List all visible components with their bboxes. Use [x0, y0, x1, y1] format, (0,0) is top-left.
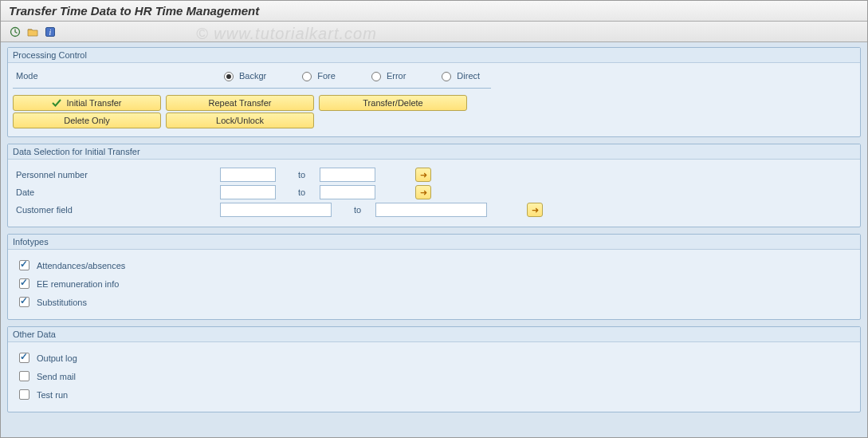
mode-direct-radio[interactable] — [442, 72, 451, 81]
checkbox-label: Substitutions — [37, 298, 87, 307]
mode-fore[interactable]: Fore — [298, 69, 336, 81]
field-high-input[interactable] — [320, 185, 375, 199]
clock-execute-icon — [10, 26, 21, 37]
repeat-transfer-label: Repeat Transfer — [209, 98, 272, 108]
initial-transfer-button[interactable]: Initial Transfer — [13, 95, 161, 111]
to-label: to — [298, 170, 305, 180]
info-icon: i — [45, 26, 56, 37]
data-selection-header: Data Selection for Initial Transfer — [8, 144, 860, 160]
field-label: Customer field — [13, 205, 220, 215]
mode-error-radio[interactable] — [371, 72, 381, 81]
other-data-panel: Other Data Output logSend mailTest run — [7, 326, 861, 412]
get-variant-button[interactable] — [25, 25, 41, 39]
field-label: Personnel number — [13, 170, 220, 180]
divider — [13, 88, 491, 89]
mode-fore-label: Fore — [317, 71, 336, 81]
mode-direct[interactable]: Direct — [438, 69, 480, 81]
checkbox[interactable] — [19, 353, 29, 363]
arrow-right-icon: ➜ — [532, 205, 539, 215]
mode-radio-group: Backgr Fore Error Direct — [220, 69, 480, 81]
mode-direct-label: Direct — [457, 71, 480, 81]
checkbox-label: Attendances/absences — [37, 261, 125, 270]
checkbox-row[interactable]: EE remuneration info — [16, 276, 855, 291]
multiple-selection-button[interactable]: ➜ — [415, 185, 431, 199]
to-label: to — [298, 187, 305, 197]
mode-fore-radio[interactable] — [302, 72, 312, 81]
mode-label: Mode — [13, 71, 220, 81]
delete-only-label: Delete Only — [64, 116, 109, 125]
checkbox-label: Output log — [37, 353, 77, 363]
field-low-input[interactable] — [220, 185, 276, 199]
field-high-input[interactable] — [375, 203, 487, 217]
lock-unlock-label: Lock/Unlock — [216, 116, 264, 125]
mode-error[interactable]: Error — [367, 69, 406, 81]
selection-row: Dateto➜ — [13, 185, 855, 199]
checkbox[interactable] — [19, 278, 29, 289]
mode-backgr[interactable]: Backgr — [220, 69, 266, 81]
mode-error-label: Error — [387, 71, 406, 81]
processing-control-header: Processing Control — [8, 48, 860, 63]
checkbox-row[interactable]: Output log — [16, 350, 855, 365]
toolbar: i — [1, 22, 867, 42]
checkbox[interactable] — [19, 297, 29, 307]
infotypes-header: Infotypes — [8, 235, 860, 250]
transfer-delete-button[interactable]: Transfer/Delete — [319, 95, 467, 111]
field-label: Date — [13, 187, 220, 197]
check-icon — [52, 98, 61, 108]
other-data-header: Other Data — [8, 327, 860, 342]
lock-unlock-button[interactable]: Lock/Unlock — [166, 112, 314, 128]
checkbox-label: EE remuneration info — [37, 279, 119, 289]
execute-button[interactable] — [7, 25, 23, 39]
multiple-selection-button[interactable]: ➜ — [415, 168, 431, 182]
content-area: Processing Control Mode Backgr Fore — [1, 42, 867, 437]
folder-variant-icon — [27, 26, 38, 37]
checkbox-row[interactable]: Send mail — [16, 369, 855, 384]
checkbox[interactable] — [19, 371, 29, 381]
checkbox-row[interactable]: Attendances/absences — [16, 258, 855, 273]
arrow-right-icon: ➜ — [420, 170, 427, 180]
to-label: to — [354, 205, 361, 215]
delete-only-button[interactable]: Delete Only — [13, 112, 161, 128]
arrow-right-icon: ➜ — [420, 187, 427, 198]
checkbox-row[interactable]: Substitutions — [16, 294, 855, 310]
field-high-input[interactable] — [320, 168, 375, 182]
checkbox[interactable] — [19, 260, 29, 270]
page-title: Transfer Time Data to HR Time Management — [1, 1, 867, 22]
field-low-input[interactable] — [220, 168, 276, 182]
checkbox-label: Send mail — [37, 372, 76, 381]
repeat-transfer-button[interactable]: Repeat Transfer — [166, 95, 314, 111]
transfer-delete-label: Transfer/Delete — [363, 98, 422, 108]
infotypes-panel: Infotypes Attendances/absencesEE remuner… — [7, 234, 861, 320]
selection-row: Personnel numberto➜ — [13, 168, 855, 182]
window: Transfer Time Data to HR Time Management… — [0, 0, 868, 438]
processing-control-panel: Processing Control Mode Backgr Fore — [7, 47, 861, 137]
mode-backgr-radio[interactable] — [224, 72, 234, 81]
initial-transfer-label: Initial Transfer — [66, 98, 121, 108]
mode-backgr-label: Backgr — [239, 71, 266, 81]
multiple-selection-button[interactable]: ➜ — [527, 203, 543, 217]
checkbox[interactable] — [19, 389, 29, 400]
checkbox-row[interactable]: Test run — [16, 387, 855, 402]
info-button[interactable]: i — [42, 25, 58, 39]
data-selection-panel: Data Selection for Initial Transfer Pers… — [7, 144, 861, 227]
field-low-input[interactable] — [220, 203, 332, 217]
svg-text:i: i — [49, 28, 52, 37]
selection-row: Customer fieldto➜ — [13, 203, 855, 217]
checkbox-label: Test run — [37, 390, 68, 400]
